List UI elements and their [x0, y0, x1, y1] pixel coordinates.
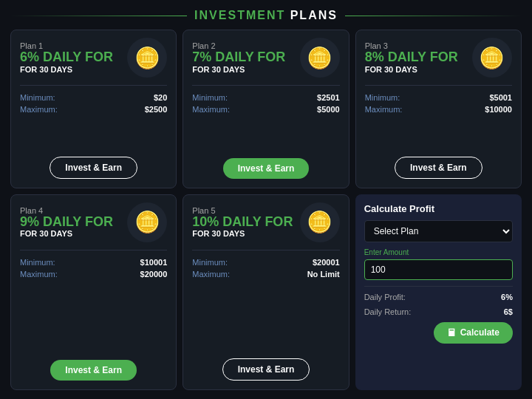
plan-4-period: FOR 30 DAYS	[20, 229, 113, 238]
plan-4-max-value: $20000	[140, 270, 168, 279]
plan-4-details: Minimum: $10001 Maximum: $20000	[20, 258, 167, 279]
calculator-icon: 🖩	[447, 327, 457, 338]
plan-card-3: Plan 3 8% DAILY FOR FOR 30 DAYS 🪙 Minimu…	[355, 30, 522, 188]
plan-4-divider	[20, 250, 167, 250]
plan-5-period: FOR 30 DAYS	[192, 229, 293, 238]
plan-5-invest-button[interactable]: Invest & Earn	[222, 358, 310, 381]
plan-3-max-value: $10000	[485, 105, 512, 114]
plan-2-coin: 🪙	[300, 38, 340, 78]
calculator-panel: Calculate Profit Select Plan Plan 1 - 6%…	[355, 194, 522, 391]
plan-card-4: Plan 4 9% DAILY FOR FOR 30 DAYS 🪙 Minimu…	[10, 194, 177, 391]
plan-4-rate: 9% DAILY FOR	[20, 215, 113, 230]
plan-4-label: Plan 4	[20, 206, 113, 215]
plan-5-min-label: Minimum:	[192, 258, 228, 267]
plan-2-top: Plan 2 7% DAILY FOR FOR 30 DAYS 🪙	[192, 38, 339, 78]
daily-profit-value: 6%	[501, 293, 513, 301]
calculate-button-label: Calculate	[460, 327, 499, 338]
plan-3-rate: 8% DAILY FOR	[365, 50, 458, 65]
plan-1-max-value: $2500	[145, 105, 168, 114]
daily-profit-label: Daily Profit:	[364, 293, 406, 301]
plan-2-max-value: $5000	[317, 105, 340, 114]
plan-4-invest-button[interactable]: Invest & Earn	[50, 360, 137, 381]
plan-2-min-value: $2501	[317, 93, 340, 102]
plan-3-min-value: $5001	[489, 93, 512, 102]
plan-card-2: Plan 2 7% DAILY FOR FOR 30 DAYS 🪙 Minimu…	[183, 30, 349, 188]
plan-3-min-row: Minimum: $5001	[365, 93, 512, 102]
plan-5-max-value: No Limit	[307, 270, 340, 279]
plan-3-details: Minimum: $5001 Maximum: $10000	[365, 93, 512, 114]
plan-2-rate: 7% DAILY FOR	[192, 50, 285, 65]
plan-5-top: Plan 5 10% DAILY FOR FOR 30 DAYS 🪙	[192, 202, 339, 242]
header-line-left	[10, 16, 187, 16]
plan-1-min-label: Minimum:	[20, 93, 55, 102]
plan-3-coin: 🪙	[472, 38, 512, 78]
plan-5-divider	[192, 250, 339, 250]
amount-label: Enter Amount	[364, 248, 513, 256]
plan-5-details: Minimum: $20001 Maximum: No Limit	[192, 258, 339, 279]
plan-1-details: Minimum: $20 Maximum: $2500	[20, 93, 167, 114]
daily-return-row: Daily Return: 6$	[364, 307, 513, 316]
plan-3-period: FOR 30 DAYS	[365, 65, 458, 74]
plan-2-header-text: Plan 2 7% DAILY FOR FOR 30 DAYS	[192, 41, 285, 74]
plan-2-max-label: Maximum:	[192, 105, 230, 114]
plan-2-divider	[192, 85, 339, 86]
plan-4-header-text: Plan 4 9% DAILY FOR FOR 30 DAYS	[20, 206, 113, 239]
plans-grid: Plan 1 6% DAILY FOR FOR 30 DAYS 🪙 Minimu…	[10, 30, 522, 390]
plan-4-max-label: Maximum:	[20, 270, 58, 279]
daily-return-label: Daily Return:	[364, 307, 412, 316]
plan-card-1: Plan 1 6% DAILY FOR FOR 30 DAYS 🪙 Minimu…	[10, 30, 177, 188]
plan-4-top: Plan 4 9% DAILY FOR FOR 30 DAYS 🪙	[20, 202, 167, 242]
daily-return-value: 6$	[504, 307, 513, 316]
plan-5-rate: 10% DAILY FOR	[192, 215, 293, 230]
title-invest: INVESTMENT	[194, 9, 285, 21]
plan-3-top: Plan 3 8% DAILY FOR FOR 30 DAYS 🪙	[365, 38, 512, 78]
plan-1-top: Plan 1 6% DAILY FOR FOR 30 DAYS 🪙	[20, 38, 167, 78]
plan-1-header-text: Plan 1 6% DAILY FOR FOR 30 DAYS	[20, 41, 113, 74]
plan-5-max-row: Maximum: No Limit	[192, 270, 339, 279]
plan-2-max-row: Maximum: $5000	[192, 105, 339, 114]
plan-2-min-row: Minimum: $2501	[192, 93, 339, 102]
plan-2-details: Minimum: $2501 Maximum: $5000	[192, 93, 339, 114]
plan-1-max-row: Maximum: $2500	[20, 105, 167, 114]
plan-2-period: FOR 30 DAYS	[192, 65, 285, 74]
plan-1-coin: 🪙	[127, 38, 167, 78]
plan-2-min-label: Minimum:	[192, 93, 228, 102]
plan-5-header-text: Plan 5 10% DAILY FOR FOR 30 DAYS	[192, 206, 293, 239]
plan-1-min-row: Minimum: $20	[20, 93, 167, 102]
plan-3-min-label: Minimum:	[365, 93, 400, 102]
plan-4-min-row: Minimum: $10001	[20, 258, 167, 267]
plan-1-divider	[20, 85, 167, 86]
plan-1-max-label: Maximum:	[20, 105, 58, 114]
plan-5-coin: 🪙	[300, 202, 340, 242]
plan-5-label: Plan 5	[192, 206, 293, 215]
plan-card-5: Plan 5 10% DAILY FOR FOR 30 DAYS 🪙 Minim…	[183, 194, 349, 391]
plan-4-min-label: Minimum:	[20, 258, 55, 267]
plan-3-divider	[365, 85, 512, 86]
plan-3-header-text: Plan 3 8% DAILY FOR FOR 30 DAYS	[365, 41, 458, 74]
plan-1-min-value: $20	[154, 93, 167, 102]
plan-1-invest-button[interactable]: Invest & Earn	[50, 157, 137, 179]
plan-3-max-row: Maximum: $10000	[365, 105, 512, 114]
page-title: INVESTMENT PLANS	[194, 9, 338, 22]
calculate-button[interactable]: 🖩 Calculate	[434, 322, 513, 344]
plan-1-period: FOR 30 DAYS	[20, 65, 113, 74]
plan-2-invest-button[interactable]: Invest & Earn	[223, 158, 310, 179]
plan-3-invest-button[interactable]: Invest & Earn	[395, 157, 482, 179]
header-line-right	[345, 16, 522, 16]
plan-3-max-label: Maximum:	[365, 105, 403, 114]
page-header: INVESTMENT PLANS	[10, 9, 522, 22]
plan-1-rate: 6% DAILY FOR	[20, 50, 113, 65]
plan-4-min-value: $10001	[140, 258, 168, 267]
plan-4-max-row: Maximum: $20000	[20, 270, 167, 279]
plan-select[interactable]: Select Plan Plan 1 - 6% Plan 2 - 7% Plan…	[364, 220, 513, 242]
calculator-title: Calculate Profit	[364, 203, 513, 214]
plan-4-coin: 🪙	[127, 202, 167, 242]
plan-5-min-row: Minimum: $20001	[192, 258, 339, 267]
amount-input[interactable]	[364, 259, 513, 280]
plan-5-min-value: $20001	[313, 258, 340, 267]
calc-divider-1	[364, 286, 513, 287]
page-wrapper: INVESTMENT PLANS Plan 1 6% DAILY FOR FOR…	[0, 0, 532, 399]
daily-profit-row: Daily Profit: 6%	[364, 293, 513, 301]
title-plans: PLANS	[285, 9, 338, 21]
plan-5-max-label: Maximum:	[192, 270, 230, 279]
